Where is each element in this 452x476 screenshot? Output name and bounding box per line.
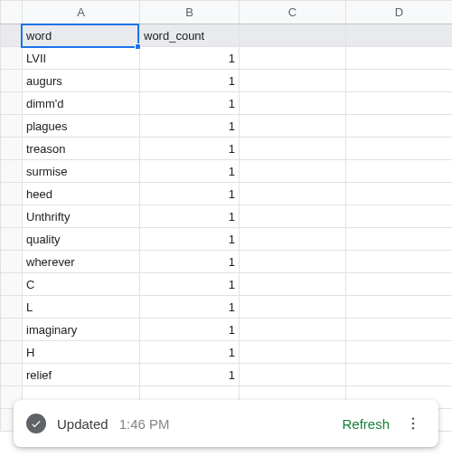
cell[interactable] (240, 205, 346, 228)
cell[interactable]: 1 (140, 205, 240, 228)
cell[interactable]: 1 (140, 92, 240, 115)
cell[interactable]: wherever (23, 251, 140, 273)
spreadsheet-grid[interactable]: A B C D wordword_countLVII1augurs1dimm'd… (0, 0, 452, 432)
cell[interactable] (346, 47, 453, 70)
row-header[interactable] (1, 296, 23, 319)
cell[interactable]: surmise (23, 160, 140, 183)
cell[interactable]: 1 (140, 160, 240, 183)
row-header[interactable] (1, 273, 23, 296)
cell[interactable] (346, 341, 453, 364)
cell[interactable] (346, 160, 453, 183)
column-header-C[interactable]: C (240, 1, 346, 24)
column-header-B[interactable]: B (140, 1, 240, 24)
row-header[interactable] (1, 115, 23, 138)
cell[interactable]: Unthrifty (23, 205, 140, 228)
table-row: C1 (1, 273, 453, 296)
cell[interactable]: LVII (23, 47, 140, 70)
cell[interactable]: augurs (23, 70, 140, 92)
column-header-A[interactable]: A (23, 1, 140, 24)
cell[interactable] (240, 115, 346, 138)
table-row: dimm'd1 (1, 92, 453, 115)
cell[interactable]: imaginary (23, 319, 140, 341)
cell[interactable] (240, 92, 346, 115)
cell[interactable] (346, 296, 453, 319)
cell[interactable]: 1 (140, 183, 240, 205)
cell[interactable] (346, 24, 453, 47)
select-all-corner[interactable] (1, 1, 23, 24)
cell[interactable] (346, 273, 453, 296)
cell[interactable] (240, 24, 346, 47)
cell[interactable]: 1 (140, 341, 240, 364)
cell[interactable] (346, 92, 453, 115)
row-header[interactable] (1, 319, 23, 341)
cell[interactable]: treason (23, 138, 140, 160)
cell[interactable] (240, 70, 346, 92)
row-header[interactable] (1, 92, 23, 115)
cell[interactable]: dimm'd (23, 92, 140, 115)
table-row: treason1 (1, 138, 453, 160)
table-row: wordword_count (1, 24, 453, 47)
cell[interactable]: 1 (140, 228, 240, 251)
row-header[interactable] (1, 24, 23, 47)
cell[interactable] (346, 228, 453, 251)
cell[interactable] (346, 364, 453, 386)
toast-time-text: 1:46 PM (119, 416, 170, 432)
cell[interactable]: 1 (140, 319, 240, 341)
table-row: H1 (1, 341, 453, 364)
row-header[interactable] (1, 205, 23, 228)
cell[interactable] (240, 138, 346, 160)
cell[interactable] (240, 364, 346, 386)
cell[interactable] (346, 183, 453, 205)
cell[interactable] (240, 251, 346, 273)
cell[interactable] (240, 341, 346, 364)
cell[interactable] (346, 70, 453, 92)
cell[interactable]: 1 (140, 364, 240, 386)
cell[interactable]: 1 (140, 296, 240, 319)
cell[interactable]: 1 (140, 138, 240, 160)
cell[interactable] (240, 183, 346, 205)
row-header[interactable] (1, 228, 23, 251)
cell[interactable]: C (23, 273, 140, 296)
row-header[interactable] (1, 47, 23, 70)
cell[interactable]: word (23, 24, 140, 47)
cell[interactable]: 1 (140, 70, 240, 92)
table-row: quality1 (1, 228, 453, 251)
cell[interactable]: H (23, 341, 140, 364)
more-vert-icon (405, 415, 421, 432)
cell[interactable] (240, 228, 346, 251)
row-header[interactable] (1, 138, 23, 160)
cell[interactable]: 1 (140, 251, 240, 273)
refresh-button[interactable]: Refresh (342, 416, 390, 432)
row-header[interactable] (1, 70, 23, 92)
column-header-row: A B C D (1, 1, 453, 24)
cell[interactable] (346, 138, 453, 160)
cell[interactable]: L (23, 296, 140, 319)
cell[interactable]: word_count (140, 24, 240, 47)
cell[interactable] (346, 319, 453, 341)
cell[interactable]: 1 (140, 47, 240, 70)
cell[interactable] (240, 273, 346, 296)
row-header[interactable] (1, 183, 23, 205)
toast-status-text: Updated (57, 416, 108, 432)
cell[interactable] (346, 205, 453, 228)
check-circle-icon (26, 414, 46, 433)
cell[interactable]: 1 (140, 115, 240, 138)
cell[interactable]: 1 (140, 273, 240, 296)
svg-point-2 (412, 427, 415, 430)
cell[interactable] (240, 160, 346, 183)
cell[interactable] (346, 115, 453, 138)
cell[interactable]: heed (23, 183, 140, 205)
cell[interactable]: quality (23, 228, 140, 251)
cell[interactable] (240, 296, 346, 319)
row-header[interactable] (1, 251, 23, 273)
cell[interactable]: relief (23, 364, 140, 386)
cell[interactable] (346, 251, 453, 273)
column-header-D[interactable]: D (346, 1, 453, 24)
cell[interactable]: plagues (23, 115, 140, 138)
row-header[interactable] (1, 341, 23, 364)
row-header[interactable] (1, 160, 23, 183)
cell[interactable] (240, 319, 346, 341)
row-header[interactable] (1, 364, 23, 386)
cell[interactable] (240, 47, 346, 70)
more-options-button[interactable] (400, 411, 426, 436)
